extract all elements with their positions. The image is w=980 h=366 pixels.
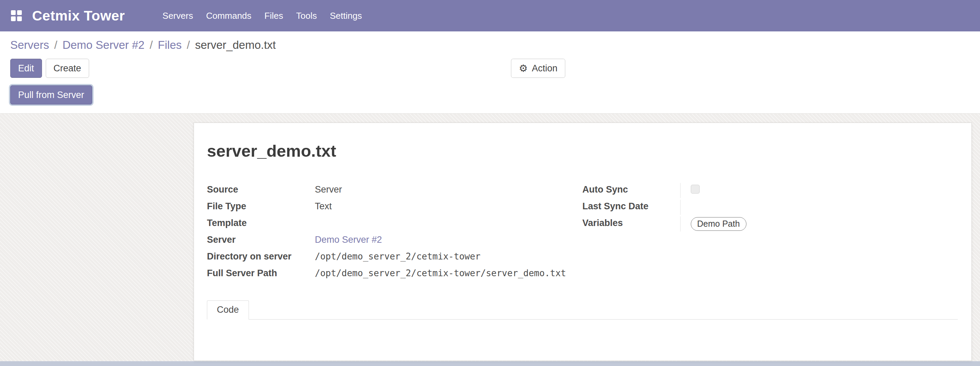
top-menu-item-tools[interactable]: Tools — [290, 0, 323, 32]
field-row-last-sync-date: Last Sync Date — [582, 200, 958, 216]
top-menu-item-files[interactable]: Files — [258, 0, 290, 32]
field-value-source: Server — [315, 183, 342, 195]
breadcrumb-link-demo-server-2[interactable]: Demo Server #2 — [62, 38, 145, 51]
field-group-right: Auto SyncLast Sync DateVariablesDemo Pat… — [582, 183, 958, 283]
create-button[interactable]: Create — [46, 59, 89, 78]
field-row-server: ServerDemo Server #2 — [207, 233, 582, 250]
form-view-background: server_demo.txt SourceServerFile TypeTex… — [0, 113, 980, 361]
breadcrumb-row: Servers/Demo Server #2/Files/server_demo… — [0, 32, 980, 54]
top-menu-item-commands[interactable]: Commands — [199, 0, 258, 32]
control-panel-buttons: Edit Create ⚙Action — [0, 54, 980, 78]
top-navbar: Cetmix Tower ServersCommandsFilesToolsSe… — [0, 0, 980, 32]
field-value-auto-sync — [680, 183, 958, 198]
field-row-variables: VariablesDemo Path — [582, 216, 958, 233]
edit-button[interactable]: Edit — [10, 59, 42, 78]
action-menu-label: Action — [532, 63, 557, 73]
tab-code[interactable]: Code — [207, 301, 249, 320]
auto-sync-checkbox[interactable] — [691, 185, 700, 194]
tag-demo-path[interactable]: Demo Path — [691, 217, 746, 231]
field-label-full-server-path: Full Server Path — [207, 267, 315, 279]
field-label-file-type: File Type — [207, 200, 315, 212]
field-groups: SourceServerFile TypeTextTemplateServerD… — [207, 183, 958, 283]
gear-icon: ⚙ — [519, 63, 528, 74]
field-label-auto-sync: Auto Sync — [582, 183, 680, 195]
breadcrumb-separator: / — [150, 38, 153, 51]
action-menu-button[interactable]: ⚙Action — [511, 59, 565, 78]
field-label-directory-on-server: Directory on server — [207, 250, 315, 262]
notebook-tabs: Code — [207, 301, 958, 320]
field-row-source: SourceServer — [207, 183, 582, 200]
field-label-source: Source — [207, 183, 315, 195]
pull-from-server-button[interactable]: Pull from Server — [10, 85, 92, 105]
breadcrumb-separator: / — [54, 38, 57, 51]
breadcrumb-link-servers[interactable]: Servers — [10, 38, 49, 51]
center-buttons: ⚙Action — [511, 59, 565, 78]
field-value-full-server-path: /opt/demo_server_2/cetmix-tower/server_d… — [315, 267, 566, 279]
field-row-directory-on-server: Directory on server/opt/demo_server_2/ce… — [207, 250, 582, 267]
field-label-last-sync-date: Last Sync Date — [582, 200, 680, 212]
field-row-full-server-path: Full Server Path/opt/demo_server_2/cetmi… — [207, 267, 582, 283]
breadcrumb-link-files[interactable]: Files — [158, 38, 182, 51]
top-menu-item-servers[interactable]: Servers — [156, 0, 200, 32]
breadcrumb-current: server_demo.txt — [195, 38, 276, 51]
apps-menu-icon[interactable] — [10, 10, 22, 22]
field-value-file-type: Text — [315, 200, 332, 212]
field-row-file-type: File TypeText — [207, 200, 582, 216]
form-header-buttons: Pull from Server — [0, 78, 980, 113]
field-value-last-sync-date — [680, 200, 958, 215]
field-row-auto-sync: Auto Sync — [582, 183, 958, 200]
code-tab-content — [207, 320, 958, 357]
server-link[interactable]: Demo Server #2 — [315, 235, 382, 245]
top-menu-item-settings[interactable]: Settings — [323, 0, 368, 32]
top-menu: ServersCommandsFilesToolsSettings — [156, 0, 368, 32]
field-group-left: SourceServerFile TypeTextTemplateServerD… — [207, 183, 582, 283]
field-value-variables: Demo Path — [680, 216, 958, 231]
field-label-template: Template — [207, 216, 315, 229]
breadcrumb-separator: / — [187, 38, 190, 51]
field-label-server: Server — [207, 233, 315, 245]
breadcrumb: Servers/Demo Server #2/Files/server_demo… — [10, 38, 970, 52]
field-label-variables: Variables — [582, 216, 680, 229]
control-panel: Servers/Demo Server #2/Files/server_demo… — [0, 32, 980, 113]
field-value-directory-on-server: /opt/demo_server_2/cetmix-tower — [315, 250, 480, 262]
field-value-server: Demo Server #2 — [315, 233, 382, 245]
left-buttons: Edit Create — [10, 59, 970, 78]
window-bottom-edge — [0, 361, 980, 366]
app-brand[interactable]: Cetmix Tower — [32, 8, 125, 24]
field-row-template: Template — [207, 216, 582, 233]
record-title: server_demo.txt — [207, 142, 958, 161]
form-sheet: server_demo.txt SourceServerFile TypeTex… — [194, 123, 972, 361]
